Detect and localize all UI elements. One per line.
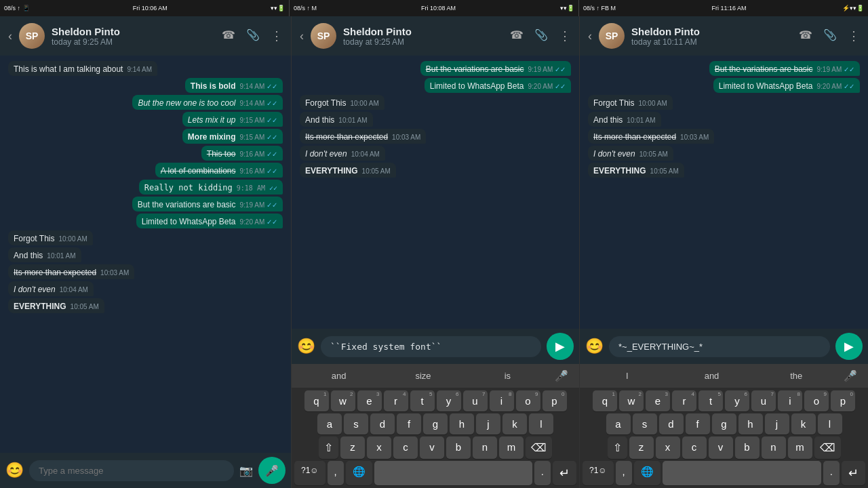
key-j[interactable]: j: [476, 413, 500, 434]
suggestion-and[interactable]: and: [297, 368, 380, 384]
attach-icon-left[interactable]: 📎: [246, 28, 260, 43]
menu-icon-left[interactable]: ⋮: [271, 28, 283, 43]
attach-icon-right[interactable]: 📎: [823, 28, 837, 43]
period-key-right[interactable]: .: [823, 461, 840, 485]
key-b[interactable]: b: [446, 436, 471, 459]
key-m[interactable]: m: [499, 436, 524, 459]
mic-icon-left[interactable]: 🎤: [549, 367, 574, 385]
suggestion-and-r[interactable]: and: [670, 368, 754, 384]
key-z[interactable]: z: [340, 436, 365, 459]
key-p[interactable]: 0p: [542, 390, 567, 411]
key-r-r[interactable]: 4r: [672, 390, 696, 411]
num-key-right[interactable]: ?1☺: [583, 461, 614, 485]
menu-icon-mid[interactable]: ⋮: [559, 28, 571, 43]
key-n-r[interactable]: n: [762, 436, 786, 459]
key-a[interactable]: a: [317, 413, 342, 434]
keyboard-left: 1q 2w 3e 4r 5t 6y 7u 8i 9o 0p a s d f g …: [292, 388, 579, 488]
phone-icon-left[interactable]: ☎: [222, 28, 235, 43]
key-z-r[interactable]: z: [629, 436, 654, 459]
attach-icon-mid[interactable]: 📎: [534, 28, 548, 43]
key-j-r[interactable]: j: [765, 413, 789, 434]
space-key-left[interactable]: [374, 461, 532, 485]
key-o-r[interactable]: 9o: [804, 390, 829, 411]
enter-key-right[interactable]: ↵: [842, 461, 865, 485]
key-d[interactable]: d: [370, 413, 395, 434]
key-o[interactable]: 9o: [516, 390, 540, 411]
phone-icon-right[interactable]: ☎: [799, 28, 812, 43]
key-d-r[interactable]: d: [659, 413, 684, 434]
key-i-r[interactable]: 8i: [778, 390, 802, 411]
backspace-key-left[interactable]: ⌫: [526, 436, 552, 459]
menu-icon-right[interactable]: ⋮: [848, 28, 860, 43]
message-input-right[interactable]: [609, 336, 830, 357]
globe-key-left[interactable]: 🌐: [346, 461, 372, 485]
key-g-r[interactable]: g: [712, 413, 736, 434]
key-q-r[interactable]: 1q: [593, 390, 617, 411]
key-l-r[interactable]: l: [818, 413, 842, 434]
backspace-key-right[interactable]: ⌫: [814, 436, 841, 459]
emoji-btn-left[interactable]: 😊: [5, 462, 24, 479]
shift-key-right[interactable]: ⇧: [608, 436, 627, 459]
key-h-r[interactable]: h: [738, 413, 763, 434]
key-w[interactable]: 2w: [331, 390, 355, 411]
key-e-r[interactable]: 3e: [646, 390, 670, 411]
key-l[interactable]: l: [529, 413, 553, 434]
send-btn-right[interactable]: ▶: [835, 333, 863, 360]
key-a-r[interactable]: a: [606, 413, 631, 434]
key-e[interactable]: 3e: [357, 390, 382, 411]
emoji-btn-right[interactable]: 😊: [585, 338, 604, 355]
key-f[interactable]: f: [397, 413, 421, 434]
camera-btn-left[interactable]: 📷: [239, 464, 253, 477]
key-u[interactable]: 7u: [463, 390, 488, 411]
back-icon-right[interactable]: ‹: [588, 29, 592, 43]
key-s[interactable]: s: [344, 413, 368, 434]
send-btn-mid[interactable]: ▶: [547, 333, 574, 360]
enter-key-left[interactable]: ↵: [553, 461, 576, 485]
key-w-r[interactable]: 2w: [619, 390, 644, 411]
suggestion-is[interactable]: is: [466, 368, 549, 384]
globe-key-right[interactable]: 🌐: [634, 461, 660, 485]
suggestion-the[interactable]: the: [754, 368, 838, 384]
key-k-r[interactable]: k: [791, 413, 816, 434]
key-s-r[interactable]: s: [633, 413, 657, 434]
key-y[interactable]: 6y: [437, 390, 461, 411]
back-icon-left[interactable]: ‹: [8, 29, 12, 43]
key-f-r[interactable]: f: [686, 413, 710, 434]
emoji-btn-mid[interactable]: 😊: [297, 338, 315, 355]
shift-key-left[interactable]: ⇧: [319, 436, 338, 459]
key-c[interactable]: c: [393, 436, 418, 459]
key-u-r[interactable]: 7u: [751, 390, 776, 411]
comma-key-right[interactable]: ,: [616, 461, 632, 485]
key-v-r[interactable]: v: [709, 436, 733, 459]
key-t-r[interactable]: 5t: [698, 390, 723, 411]
phone-icon-mid[interactable]: ☎: [510, 28, 524, 43]
key-n[interactable]: n: [473, 436, 497, 459]
message-input-mid[interactable]: [321, 336, 541, 357]
mic-icon-right[interactable]: 🎤: [838, 367, 863, 385]
suggestion-i[interactable]: I: [585, 368, 669, 384]
key-t[interactable]: 5t: [410, 390, 435, 411]
suggestion-size[interactable]: size: [381, 368, 465, 384]
key-h[interactable]: h: [450, 413, 474, 434]
key-c-r[interactable]: c: [682, 436, 707, 459]
key-b-r[interactable]: b: [735, 436, 760, 459]
space-key-right[interactable]: [663, 461, 821, 485]
key-m-r[interactable]: m: [788, 436, 812, 459]
key-k[interactable]: k: [502, 413, 527, 434]
send-btn-left[interactable]: 🎤: [258, 457, 285, 484]
key-x-r[interactable]: x: [656, 436, 680, 459]
key-g[interactable]: g: [423, 413, 448, 434]
comma-key-left[interactable]: ,: [328, 461, 344, 485]
key-p-r[interactable]: 0p: [831, 390, 855, 411]
back-icon-mid[interactable]: ‹: [300, 29, 304, 43]
num-key-left[interactable]: ?1☺: [294, 461, 326, 485]
msg-m5: Its more than expected10:03 AM: [300, 129, 426, 144]
key-q[interactable]: 1q: [304, 390, 329, 411]
key-v[interactable]: v: [420, 436, 444, 459]
message-input-left[interactable]: [29, 460, 234, 481]
key-y-r[interactable]: 6y: [725, 390, 749, 411]
period-key-left[interactable]: .: [534, 461, 551, 485]
key-r[interactable]: 4r: [384, 390, 408, 411]
key-x[interactable]: x: [367, 436, 391, 459]
key-i[interactable]: 8i: [490, 390, 514, 411]
